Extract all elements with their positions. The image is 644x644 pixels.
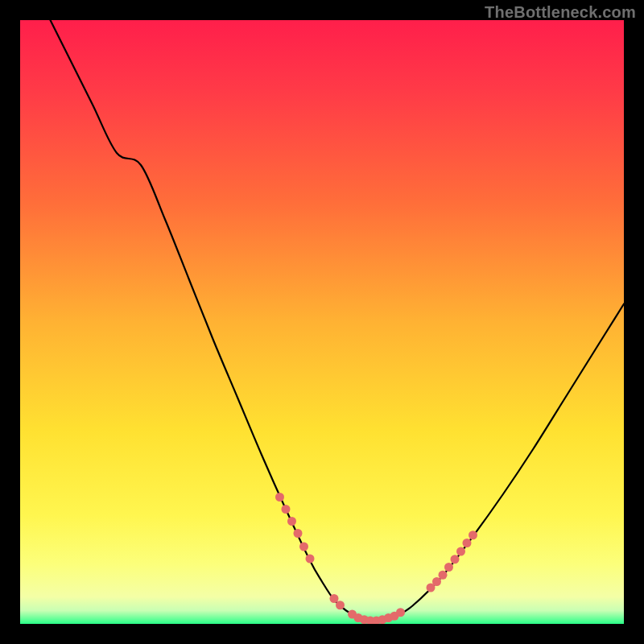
highlight-dot [299,543,308,551]
watermark-label: TheBottleneck.com [485,3,636,22]
highlight-dot [439,571,448,580]
highlight-dot [294,529,303,538]
highlight-dot [287,517,296,526]
highlight-dot [282,505,291,514]
highlight-dot [469,530,477,539]
plot-background [20,20,624,624]
bottleneck-chart [0,0,644,644]
highlight-dot [306,555,315,564]
highlight-dot [451,555,460,564]
highlight-dot [456,547,465,556]
highlight-dot [432,577,441,586]
highlight-dot [396,608,405,617]
highlight-dot [463,539,472,547]
highlight-dot [336,601,345,609]
highlight-dot [330,594,339,603]
highlight-dot [444,563,453,572]
highlight-dot [275,493,284,502]
